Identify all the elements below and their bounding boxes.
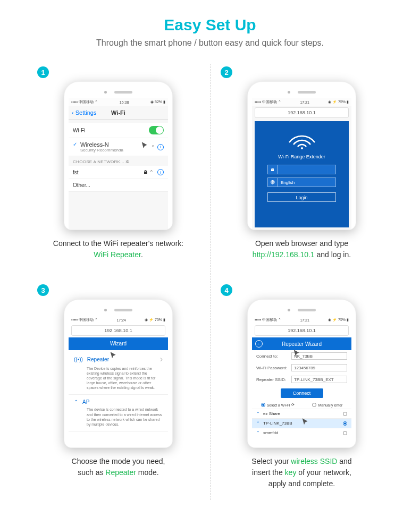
- status-bar: ••••• 中国移动 ⌃ 17:21 ◉ ⚡ 75% ▮: [252, 98, 351, 106]
- cursor-icon: [292, 349, 301, 358]
- address-bar[interactable]: 192.168.10.1: [71, 325, 165, 336]
- step-badge-4: 4: [221, 284, 232, 296]
- wifi-icon: ⌃: [151, 145, 155, 150]
- wifi-list-item-selected[interactable]: ⌃TP-LINK_73BB: [252, 418, 351, 428]
- ap-icon: ⌃: [74, 399, 78, 405]
- password-field[interactable]: 🔒︎: [267, 165, 336, 174]
- step4-caption: Select your wireless SSID and insert the…: [221, 456, 383, 489]
- address-bar[interactable]: 192.168.10.1: [255, 107, 349, 118]
- wifi-network-item[interactable]: fst 🔒︎ ⌃ i: [69, 166, 168, 179]
- step2-caption: Open web browser and type http://192.168…: [221, 238, 383, 260]
- chevron-right-icon: ›: [160, 354, 163, 364]
- step1-caption: Connect to the WiFi repeater's network: …: [37, 238, 199, 260]
- wifi-network-selected[interactable]: ✓ Wireless-N Security Recommenda ⌃ i: [69, 138, 168, 156]
- ssid-label: Repeater SSID:: [256, 377, 291, 382]
- radio-on-icon: [261, 403, 265, 407]
- cursor-icon: [140, 141, 149, 150]
- other-network-row[interactable]: Other...: [69, 179, 168, 192]
- select-wifi-tab[interactable]: Select a Wi-Fi ⟳: [261, 403, 295, 407]
- mode-ap[interactable]: ⌃ AP The device is connected to a wired …: [69, 395, 168, 431]
- info-icon[interactable]: i: [157, 144, 164, 150]
- svg-point-0: [301, 147, 303, 149]
- wifi-icon: ⌃: [256, 430, 260, 435]
- spinner-icon: ✲: [125, 159, 129, 164]
- nav-back-button[interactable]: ‹ Settings: [72, 109, 96, 116]
- wifi-icon: [286, 129, 318, 150]
- login-panel: Wi-Fi Range Extender 🔒︎ 🌐︎English Login: [255, 121, 349, 227]
- wifi-toggle-icon[interactable]: [149, 126, 164, 134]
- refresh-icon[interactable]: ⟳: [291, 403, 295, 407]
- phone-mock-4: ••••• 中国移动 ⌃ 17:21 ◉ ⚡ 75% ▮ 192.168.10.…: [247, 299, 356, 448]
- info-icon[interactable]: i: [157, 169, 164, 175]
- radio-off-icon: [343, 431, 347, 435]
- globe-icon: 🌐︎: [268, 178, 278, 187]
- step-badge-3: 3: [37, 284, 49, 296]
- back-icon[interactable]: ←: [255, 340, 263, 348]
- status-bar: ••••• 中国移动 ⌃ 16:38 ◉ 52% ▮: [69, 98, 168, 106]
- phone-mock-2: ••••• 中国移动 ⌃ 17:21 ◉ ⚡ 75% ▮ 192.168.10.…: [247, 81, 356, 230]
- wifi-list-item[interactable]: ⌃ez Share: [252, 409, 351, 418]
- lock-icon: 🔒︎: [268, 165, 278, 174]
- password-input[interactable]: 123456789: [291, 364, 347, 371]
- language-select[interactable]: 🌐︎English: [267, 177, 336, 187]
- wizard-header: Wizard: [69, 337, 168, 350]
- lock-icon: 🔒︎: [143, 170, 148, 175]
- phone-mock-1: ••••• 中国移动 ⌃ 16:38 ◉ 52% ▮ ‹ Settings Wi…: [64, 81, 173, 230]
- connect-to-label: Connect to:: [256, 354, 291, 359]
- wifi-icon: ⌃: [256, 421, 260, 426]
- wifi-toggle-row[interactable]: Wi-Fi: [69, 123, 168, 138]
- login-button[interactable]: Login: [267, 192, 336, 202]
- cursor-icon: [301, 418, 309, 426]
- wifi-icon: ⌃: [256, 411, 260, 416]
- connect-button[interactable]: Connect: [281, 388, 323, 398]
- step-badge-1: 1: [37, 66, 49, 78]
- wifi-list-item[interactable]: ⌃xmmfdd: [252, 428, 351, 437]
- cursor-icon: [109, 351, 117, 360]
- address-bar[interactable]: 192.168.10.1: [255, 325, 349, 336]
- radio-on-icon: [343, 421, 347, 426]
- step3-caption: Choose the mode you need, such as Repeat…: [37, 456, 199, 478]
- manual-tab[interactable]: Manually enter: [312, 403, 342, 407]
- nav-title: Wi-Fi: [111, 109, 125, 116]
- page-title: Easy Set Up: [0, 16, 420, 34]
- panel-title: Wi-Fi Range Extender: [255, 154, 349, 159]
- password-label: Wi-Fi Password:: [256, 366, 291, 370]
- choose-network-label: CHOOSE A NETWORK... ✲: [69, 156, 168, 166]
- page-subtitle: Through the smart phone / button easy an…: [0, 38, 420, 48]
- mode-repeater[interactable]: ((•)) Repeater › The Device is copies an…: [69, 350, 168, 395]
- repeater-icon: ((•)): [74, 357, 83, 362]
- wifi-icon: ⌃: [149, 170, 154, 175]
- phone-mock-3: ••••• 中国移动 ⌃ 17:24 ◉ ⚡ 75% ▮ 192.168.10.…: [64, 299, 173, 448]
- step-badge-2: 2: [221, 66, 232, 78]
- ssid-input[interactable]: TP-LINK_73BB_EXT: [291, 376, 347, 383]
- check-icon: ✓: [73, 141, 77, 147]
- radio-off-icon: [312, 403, 316, 407]
- repeater-wizard-header: ← Repeater Wizard: [252, 337, 351, 350]
- status-bar: ••••• 中国移动 ⌃ 17:21 ◉ ⚡ 75% ▮: [252, 316, 351, 324]
- status-bar: ••••• 中国移动 ⌃ 17:24 ◉ ⚡ 75% ▮: [69, 316, 168, 324]
- radio-off-icon: [343, 412, 347, 416]
